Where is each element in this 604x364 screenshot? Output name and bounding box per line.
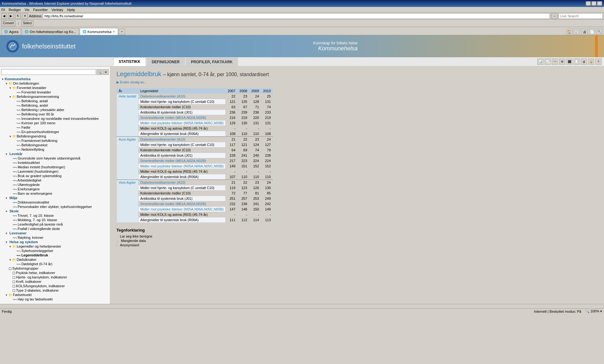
geo-cell-2[interactable]: Vest-Agder xyxy=(117,180,138,223)
sidebar-search-clear[interactable]: ✕ xyxy=(103,69,109,75)
tree-levekar[interactable]: ▼ Levekår xyxy=(5,152,109,156)
print-icon[interactable]: 🖨 xyxy=(581,29,588,35)
content-icon-7[interactable]: 🖨 xyxy=(581,59,587,65)
content-icon-4[interactable]: ⚙ xyxy=(559,59,565,65)
tree-bef-80[interactable]: ¬¬ Befolkning over 80 år xyxy=(13,112,109,116)
tree-uforetrygdede[interactable]: ¬¬ Uføretrygdede xyxy=(9,182,109,187)
content-icon-1[interactable]: 📊 xyxy=(537,59,544,65)
tree-eneforsorgere[interactable]: ¬¬ Eneforsørgere xyxy=(9,187,109,191)
tree-personskader[interactable]: ¬¬ Personskader etter ulykker, sykehusin… xyxy=(9,204,109,209)
menu-verktoy[interactable]: Verktøy xyxy=(52,8,63,12)
tree-levevaner[interactable]: ▼ Levevaner xyxy=(5,231,109,235)
tree-legemidler-folder[interactable]: ▼📁Legemidler og helsetjenester xyxy=(9,244,109,249)
tree-helse-sykdom[interactable]: ▼ Helse og sykdom xyxy=(5,240,109,244)
sidebar-search-button[interactable]: 🔍 xyxy=(97,69,102,75)
med-cell-2-0[interactable]: Diabetesmedikamenter (A10) xyxy=(138,180,226,185)
menu-fil[interactable]: Fil xyxy=(1,8,5,12)
tree-befolkningsendring[interactable]: ▼📁Befolkningsendring xyxy=(9,134,109,138)
tree-hoy-lav[interactable]: ¬¬ Høy og lav fødselsvekt xyxy=(9,297,109,301)
tree-legemiddelbruk[interactable]: ¬¬ Legemiddelbruk xyxy=(13,253,109,257)
home-icon[interactable]: 🏠 xyxy=(566,29,573,35)
address-input[interactable] xyxy=(43,13,550,19)
menu-favoritter[interactable]: Favoritter xyxy=(33,8,48,12)
tree-om-befolkningen[interactable]: ▼📁Om befolkningen xyxy=(5,81,109,86)
tree-dodelighet[interactable]: ¬¬ Dødelighet (0-74 år) xyxy=(13,262,109,266)
convert-button[interactable]: Convert xyxy=(1,20,15,26)
tree-psykisk[interactable]: Psykisk helse, indikatorer xyxy=(13,271,109,275)
tab-agora[interactable]: 🌐 Agora xyxy=(1,28,21,35)
menu-vis[interactable]: Vis xyxy=(25,8,29,12)
feeds-icon[interactable]: 📰 xyxy=(574,29,580,35)
tree-arbeidsledighet[interactable]: ¬¬ Arbeidsledighet xyxy=(9,178,109,182)
tree-diabetes[interactable]: Type 2-diabetes, indikatorer xyxy=(13,288,109,293)
tree-kvinner[interactable]: ¬¬ Kvinner per 100 menn xyxy=(13,121,109,125)
tree-miljo[interactable]: ▼ Miljø xyxy=(5,196,109,200)
refresh-button[interactable]: ↻ xyxy=(15,13,21,19)
maximize-button[interactable]: □ xyxy=(591,1,596,6)
tree-bef-yrkesaktiv[interactable]: ¬¬ Befolkning i yrkesaktiv alder xyxy=(13,108,109,112)
tree-mobbing[interactable]: ¬¬ Mobbing, 7. og 10. klasse xyxy=(9,218,109,222)
page-icon[interactable]: 📄 xyxy=(589,29,595,35)
tree-fodte[interactable]: ¬¬ Fødte xyxy=(13,125,109,130)
med-cell-1-0[interactable]: Diabetesmedikamenter (A10) xyxy=(138,137,226,142)
tree-trivsel[interactable]: ¬¬ Trivsel, 7. og 10. klasse xyxy=(9,213,109,218)
minimize-button[interactable]: _ xyxy=(586,1,591,6)
med-cell-2-4[interactable]: Smertestillende midler (M01A,N02A,N02B) xyxy=(138,201,226,207)
tree-befolkningssammensetning[interactable]: ▼📁Befolkningssammensetning xyxy=(9,94,109,99)
forward-button[interactable]: ▶ xyxy=(8,13,14,19)
content-icon-3[interactable]: 〰 xyxy=(552,59,558,65)
tab-definisjoner[interactable]: DEFINISJONER xyxy=(146,58,185,66)
geo-cell-1[interactable]: Aust-Agder xyxy=(117,137,138,180)
tree-sykdomsgrupper[interactable]: Sykdomsgrupper xyxy=(9,266,109,271)
tree-leseferdighet[interactable]: ¬¬ Leseferdighet på laveste nivå xyxy=(9,222,109,227)
tree-lavinntekt[interactable]: ¬¬ Lavinntekt (husholdninger) xyxy=(9,169,109,174)
tab-kommunehelsa[interactable]: 🌐 Kommunehelsa ✕ xyxy=(80,28,118,35)
tab-folkehelse[interactable]: 🌐 Om folkehelseprofilan og Ko... xyxy=(22,28,79,35)
med-cell-1-4[interactable]: Smertestillende midler (M01A,N02A,N02B) xyxy=(138,158,226,164)
sidebar-search-input[interactable] xyxy=(1,69,96,75)
tree-fodselsvekt[interactable]: ▼📁Fødselsvekt xyxy=(5,293,109,297)
tree-innvandrere[interactable]: ¬¬ Innvandrere og norskfødte med innvand… xyxy=(13,116,109,121)
toggle-utvalg-link[interactable]: ▶ Endre utvalg av... xyxy=(116,80,598,84)
tree-netto[interactable]: ¬¬ Nettoinnflytting xyxy=(13,147,109,152)
geo-cell-0[interactable]: Hele landet xyxy=(117,94,138,137)
tree-barn-ene[interactable]: ¬¬ Barn av eneforsørgere xyxy=(9,191,109,196)
tree-bef-antall[interactable]: ¬¬ Befolkning, antall xyxy=(13,99,109,103)
tools-icon[interactable]: 🔧 xyxy=(596,29,603,35)
tree-vekst[interactable]: ¬¬ Befolkningsvekst xyxy=(13,143,109,147)
content-icon-2[interactable]: 📈 xyxy=(545,59,551,65)
tree-kommunehelsa[interactable]: ▼Kommunehelsa xyxy=(1,77,109,81)
tree-hjerte[interactable]: Hjerte- og karsykdom, indikatorer xyxy=(13,275,109,279)
tree-frafall[interactable]: ¬¬ Frafall i videregående skole xyxy=(9,227,109,231)
content-icon-5[interactable]: ⬛ xyxy=(566,59,573,65)
tree-skole[interactable]: ▼ Skole xyxy=(5,209,109,213)
tree-framskrevet[interactable]: ¬¬ Framskrevet befolkning xyxy=(13,138,109,143)
content-icon-6[interactable]: 📑 xyxy=(573,59,580,65)
tree-grunnskole[interactable]: ¬¬ Grunnskole som høyeste utdanningsnivå xyxy=(9,156,109,160)
content-icon-9[interactable]: ? xyxy=(595,59,601,65)
back-button[interactable]: ◀ xyxy=(1,13,7,19)
tree-en-person[interactable]: ¬¬ En-personhusholdninger xyxy=(13,130,109,134)
med-cell-2-5[interactable]: Midler mot psykiske lidelser (N05A,N06A,… xyxy=(138,207,226,212)
tree-kreft[interactable]: Kreft, indikatorer xyxy=(13,279,109,284)
tree-sykehus[interactable]: ¬¬ Sykehusinnleggelser xyxy=(13,249,109,253)
tab-close-icon[interactable]: ✕ xyxy=(113,30,115,33)
tree-forventet-levealder-folder[interactable]: ▼📁Forventet levealder xyxy=(9,86,109,90)
med-cell-0-4[interactable]: Smertestillende midler (M01A,N02A,N02B) xyxy=(138,115,226,120)
med-cell-1-5[interactable]: Midler mot psykiske lidelser (N05A,N06A,… xyxy=(138,164,226,169)
tree-bef-andel[interactable]: ¬¬ Befolkning, andel xyxy=(13,103,109,108)
tree-kols[interactable]: KOLS/lungesykdom, indikatorer xyxy=(13,284,109,288)
stop-button[interactable]: ✕ xyxy=(22,13,28,19)
tree-drikkevann[interactable]: ¬¬ Drikkevannsskvalitet xyxy=(9,200,109,204)
close-button[interactable]: ✕ xyxy=(597,1,602,6)
scrollbar[interactable] xyxy=(0,304,604,308)
tree-royking[interactable]: ¬¬ Røyking, kvinner xyxy=(9,235,109,240)
content-icon-8[interactable]: 🔒 xyxy=(588,59,594,65)
tree-sykemelding[interactable]: ¬¬ Bruk av gradert sykemelding xyxy=(9,174,109,178)
tree-forventet-levealder[interactable]: ¬¬ Forventet levealder xyxy=(13,90,109,94)
tab-statistikk[interactable]: STATISTIKK xyxy=(113,57,146,66)
select-button[interactable]: Select xyxy=(21,20,33,26)
menu-hjelp[interactable]: Hjelp xyxy=(67,8,75,12)
new-tab-button[interactable]: + xyxy=(119,29,125,35)
tree-median-inntekt[interactable]: ¬¬ Median inntekt (husholdninger) xyxy=(9,165,109,169)
